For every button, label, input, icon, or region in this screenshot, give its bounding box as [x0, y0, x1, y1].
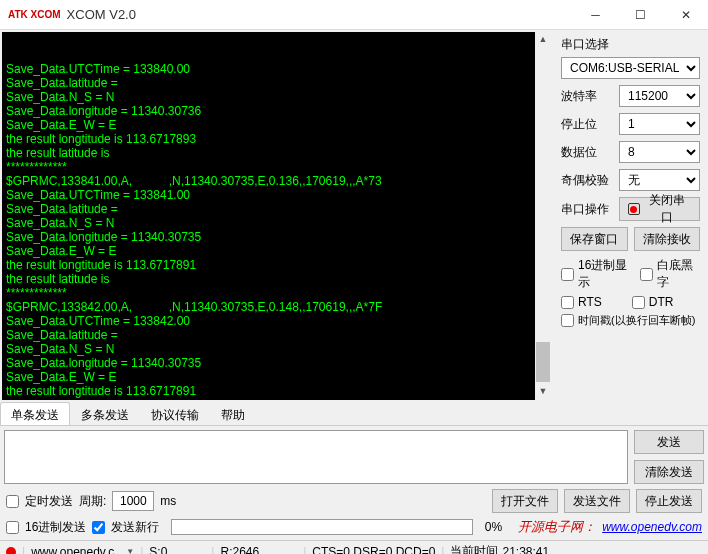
rts-checkbox[interactable]	[561, 296, 574, 309]
dtr-label: DTR	[649, 295, 674, 309]
port-op-label: 串口操作	[561, 201, 613, 218]
side-panel: 串口选择 COM6:USB-SERIAL 波特率115200 停止位1 数据位8…	[553, 30, 708, 402]
status-time: 21:38:41	[502, 545, 549, 555]
cycle-unit: ms	[160, 494, 176, 508]
scroll-down-icon[interactable]: ▼	[535, 384, 551, 400]
tab-single-send[interactable]: 单条发送	[0, 402, 70, 425]
link-prefix: 开源电子网：	[518, 518, 596, 536]
status-indicator-icon	[6, 547, 16, 555]
status-recv: R:2646	[220, 545, 259, 555]
send-file-button[interactable]: 发送文件	[564, 489, 630, 513]
progress-percent: 0%	[485, 520, 502, 534]
timed-send-label: 定时发送	[25, 493, 73, 510]
hex-display-checkbox[interactable]	[561, 268, 574, 281]
titlebar: ATK XCOM XCOM V2.0 ─ ☐ ✕	[0, 0, 708, 30]
record-icon	[628, 203, 640, 215]
options-row-1: 定时发送 周期: ms 打开文件 发送文件 停止发送	[0, 488, 708, 514]
baud-label: 波特率	[561, 88, 613, 105]
tab-multi-send[interactable]: 多条发送	[70, 402, 140, 425]
send-tabs: 单条发送 多条发送 协议传输 帮助	[0, 402, 708, 426]
timestamp-label: 时间戳(以换行回车断帧)	[578, 313, 695, 328]
white-bg-checkbox[interactable]	[640, 268, 653, 281]
send-newline-checkbox[interactable]	[92, 521, 105, 534]
main-area: Save_Data.UTCTime = 133840.00 Save_Data.…	[0, 30, 708, 402]
close-port-button[interactable]: 关闭串口	[619, 197, 700, 221]
tab-protocol[interactable]: 协议传输	[140, 402, 210, 425]
close-button[interactable]: ✕	[663, 0, 708, 30]
progress-bar	[171, 519, 472, 535]
scroll-up-icon[interactable]: ▲	[535, 32, 551, 48]
rts-label: RTS	[578, 295, 602, 309]
baud-select[interactable]: 115200	[619, 85, 700, 107]
hex-display-label: 16进制显示	[578, 257, 634, 291]
port-select[interactable]: COM6:USB-SERIAL	[561, 57, 700, 79]
save-window-button[interactable]: 保存窗口	[561, 227, 628, 251]
clear-recv-button[interactable]: 清除接收	[634, 227, 701, 251]
parity-select[interactable]: 无	[619, 169, 700, 191]
stopbit-select[interactable]: 1	[619, 113, 700, 135]
options-row-2: 16进制发送 发送新行 0% 开源电子网：www.openedv.com	[0, 514, 708, 540]
send-area: 发送 清除发送	[0, 426, 708, 488]
white-bg-label: 白底黑字	[657, 257, 700, 291]
send-textarea[interactable]	[4, 430, 628, 484]
stop-send-button[interactable]: 停止发送	[636, 489, 702, 513]
status-sent: S:0	[149, 545, 167, 555]
status-time-label: 当前时间	[450, 543, 498, 554]
status-signals: CTS=0 DSR=0 DCD=0	[312, 545, 435, 555]
dtr-checkbox[interactable]	[632, 296, 645, 309]
port-group-label: 串口选择	[561, 36, 700, 53]
tab-help[interactable]: 帮助	[210, 402, 256, 425]
cycle-label: 周期:	[79, 493, 106, 510]
window-title: XCOM V2.0	[67, 7, 573, 22]
hex-send-label: 16进制发送	[25, 519, 86, 536]
terminal-output[interactable]: Save_Data.UTCTime = 133840.00 Save_Data.…	[2, 32, 551, 400]
databit-select[interactable]: 8	[619, 141, 700, 163]
scroll-thumb[interactable]	[536, 342, 550, 382]
send-newline-label: 发送新行	[111, 519, 159, 536]
databit-label: 数据位	[561, 144, 613, 161]
timed-send-checkbox[interactable]	[6, 495, 19, 508]
status-bar: | www.openedv.c...▼ | S:0 | R:2646 | CTS…	[0, 540, 708, 554]
maximize-button[interactable]: ☐	[618, 0, 663, 30]
website-link[interactable]: www.openedv.com	[602, 520, 702, 534]
minimize-button[interactable]: ─	[573, 0, 618, 30]
app-logo: ATK XCOM	[8, 10, 61, 19]
open-file-button[interactable]: 打开文件	[492, 489, 558, 513]
terminal-scrollbar[interactable]: ▲ ▼	[535, 32, 551, 400]
send-button[interactable]: 发送	[634, 430, 704, 454]
parity-label: 奇偶校验	[561, 172, 613, 189]
stopbit-label: 停止位	[561, 116, 613, 133]
status-site-dropdown[interactable]: www.openedv.c...▼	[31, 545, 134, 555]
cycle-input[interactable]	[112, 491, 154, 511]
clear-send-button[interactable]: 清除发送	[634, 460, 704, 484]
hex-send-checkbox[interactable]	[6, 521, 19, 534]
timestamp-checkbox[interactable]	[561, 314, 574, 327]
